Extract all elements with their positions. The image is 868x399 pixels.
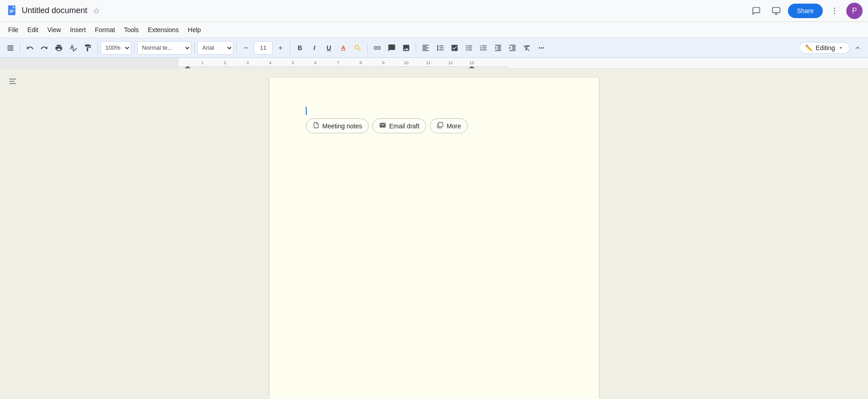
svg-text:3: 3 — [247, 61, 249, 65]
underline-button[interactable]: U — [322, 41, 336, 55]
svg-marker-15 — [184, 66, 191, 69]
indent-decrease-button[interactable] — [491, 41, 505, 55]
divider4 — [194, 42, 194, 53]
avatar[interactable]: P — [846, 3, 863, 19]
numbered-list-button[interactable] — [477, 41, 490, 55]
svg-rect-11 — [7, 45, 14, 46]
svg-rect-30 — [9, 79, 16, 80]
svg-rect-5 — [772, 7, 780, 13]
template-chips: Meeting notes Email draft More — [306, 118, 563, 133]
hide-menus-button[interactable] — [851, 41, 864, 55]
svg-text:9: 9 — [382, 61, 384, 65]
insert-image-button[interactable] — [399, 41, 413, 55]
editing-mode-label: Editing — [816, 44, 835, 52]
outline-toggle-button[interactable] — [5, 74, 20, 89]
email-draft-chip[interactable]: Email draft — [372, 118, 426, 133]
zoom-select[interactable]: 100% — [100, 41, 131, 55]
highlight-button[interactable] — [351, 41, 365, 55]
svg-text:7: 7 — [337, 61, 339, 65]
divider7 — [367, 42, 368, 53]
star-icon[interactable]: ☆ — [93, 6, 100, 16]
text-cursor — [306, 107, 307, 115]
editing-mode-selector[interactable]: ✏️ Editing — [799, 42, 850, 54]
menu-format[interactable]: Format — [90, 24, 119, 35]
menu-insert[interactable]: Insert — [66, 24, 90, 35]
email-draft-label: Email draft — [389, 122, 419, 130]
insert-comment-button[interactable] — [385, 41, 398, 55]
divider6 — [290, 42, 290, 53]
svg-point-8 — [834, 7, 835, 9]
svg-rect-4 — [9, 12, 13, 13]
font-size-input[interactable] — [254, 41, 273, 55]
meeting-notes-label: Meeting notes — [323, 122, 362, 130]
style-select[interactable]: Normal te... — [137, 41, 191, 55]
svg-rect-31 — [9, 81, 15, 82]
menus-button[interactable] — [4, 41, 17, 55]
main-content: Meeting notes Email draft More — [0, 69, 868, 399]
meeting-notes-icon — [313, 122, 320, 130]
ruler: 1 2 3 4 5 6 7 8 9 10 11 12 13 — [0, 58, 868, 69]
document-page[interactable]: Meeting notes Email draft More — [270, 78, 599, 399]
page-wrapper: Meeting notes Email draft More — [25, 69, 843, 399]
paint-format-button[interactable] — [81, 41, 95, 55]
menu-view[interactable]: View — [43, 24, 66, 35]
svg-point-10 — [834, 13, 835, 14]
svg-text:12: 12 — [448, 61, 453, 65]
document-title[interactable]: Untitled document — [22, 6, 87, 15]
email-draft-icon — [379, 122, 386, 130]
svg-text:8: 8 — [360, 61, 362, 65]
menu-edit[interactable]: Edit — [23, 24, 43, 35]
present-icon[interactable] — [768, 3, 784, 19]
divider8 — [416, 42, 416, 53]
line-spacing-button[interactable] — [433, 41, 447, 55]
menu-help[interactable]: Help — [183, 24, 205, 35]
indent-increase-button[interactable] — [506, 41, 519, 55]
svg-text:11: 11 — [426, 61, 431, 65]
font-size-decrease-button[interactable] — [239, 41, 253, 55]
svg-rect-2 — [9, 10, 14, 10]
right-panel — [843, 69, 868, 399]
spellcheck-button[interactable] — [66, 41, 80, 55]
svg-rect-12 — [7, 47, 14, 48]
more-chip-icon — [436, 122, 444, 130]
app-icon — [5, 5, 18, 17]
svg-text:2: 2 — [224, 61, 226, 65]
svg-text:4: 4 — [269, 61, 271, 65]
meeting-notes-chip[interactable]: Meeting notes — [306, 118, 369, 133]
pencil-icon: ✏️ — [805, 44, 813, 52]
text-color-button[interactable]: A — [337, 41, 350, 55]
divider5 — [236, 42, 237, 53]
toolbar: 100% Normal te... Arial B I U A — [0, 38, 868, 58]
menubar: File Edit View Insert Format Tools Exten… — [0, 22, 868, 38]
divider3 — [134, 42, 134, 53]
font-select[interactable]: Arial — [197, 41, 233, 55]
more-chip[interactable]: More — [430, 118, 468, 133]
chat-icon[interactable] — [748, 3, 764, 19]
more-toolbar-button[interactable] — [535, 41, 548, 55]
checklist-button[interactable] — [448, 41, 461, 55]
svg-rect-13 — [7, 49, 14, 50]
bold-button[interactable]: B — [293, 41, 307, 55]
insert-link-button[interactable] — [370, 41, 384, 55]
menu-tools[interactable]: Tools — [119, 24, 143, 35]
redo-button[interactable] — [38, 41, 51, 55]
print-button[interactable] — [52, 41, 66, 55]
divider2 — [97, 42, 98, 53]
left-panel — [0, 69, 25, 399]
bullet-list-button[interactable] — [462, 41, 476, 55]
svg-text:10: 10 — [404, 61, 408, 65]
align-button[interactable] — [419, 41, 432, 55]
svg-text:5: 5 — [292, 61, 294, 65]
undo-button[interactable] — [23, 41, 37, 55]
svg-marker-16 — [468, 66, 475, 69]
italic-button[interactable]: I — [308, 41, 321, 55]
svg-text:1: 1 — [201, 61, 204, 65]
more-options-button[interactable] — [826, 3, 843, 19]
menu-extensions[interactable]: Extensions — [143, 24, 183, 35]
font-size-increase-button[interactable] — [274, 41, 287, 55]
svg-rect-32 — [9, 83, 16, 84]
share-button[interactable]: Share — [788, 4, 823, 18]
menu-file[interactable]: File — [4, 24, 23, 35]
clear-formatting-button[interactable] — [520, 41, 534, 55]
more-label: More — [446, 122, 461, 130]
